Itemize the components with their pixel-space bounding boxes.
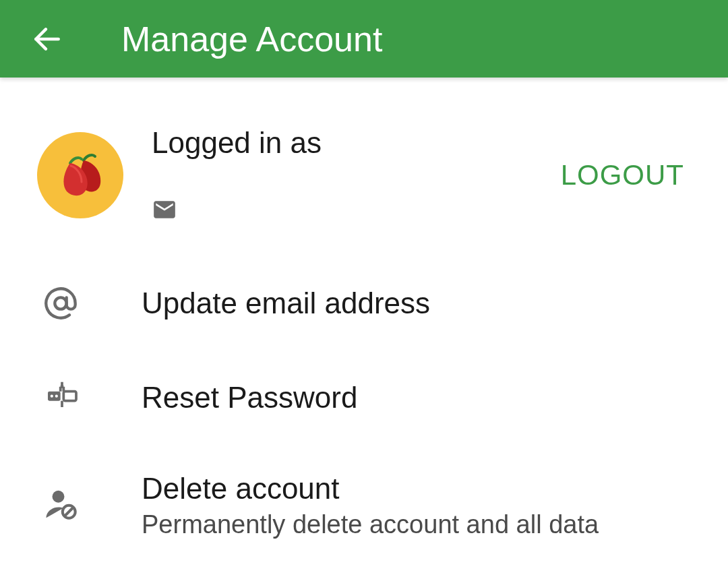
- svg-point-6: [53, 491, 65, 503]
- back-button[interactable]: [27, 19, 67, 59]
- update-email-item[interactable]: Update email address: [0, 256, 728, 351]
- svg-point-4: [55, 395, 58, 398]
- logout-button[interactable]: LOGOUT: [554, 152, 691, 198]
- chili-peppers-icon: [47, 142, 114, 209]
- account-info: Logged in as: [152, 126, 554, 225]
- list-text: Update email address: [142, 284, 430, 322]
- account-summary-row: Logged in as LOGOUT: [0, 115, 728, 236]
- page-title: Manage Account: [121, 19, 382, 59]
- at-sign-icon: [43, 286, 84, 321]
- content: Logged in as LOGOUT Update email address: [0, 78, 728, 563]
- app-bar: Manage Account: [0, 0, 728, 78]
- logged-in-label: Logged in as: [152, 126, 554, 160]
- spacer: [0, 236, 728, 256]
- person-remove-icon: [43, 486, 84, 522]
- svg-rect-5: [63, 392, 76, 401]
- svg-rect-2: [48, 392, 61, 401]
- arrow-back-icon: [30, 22, 64, 56]
- delete-account-subtitle: Permanently delete account and all data: [142, 510, 599, 539]
- password-key-icon: [43, 379, 84, 417]
- reset-password-title: Reset Password: [142, 378, 357, 417]
- svg-point-1: [55, 297, 66, 309]
- svg-line-8: [65, 508, 74, 517]
- list-text: Reset Password: [142, 378, 357, 417]
- delete-account-item[interactable]: Delete account Permanently delete accoun…: [0, 445, 728, 563]
- list-text: Delete account Permanently delete accoun…: [142, 469, 599, 539]
- email-icon: [152, 197, 177, 225]
- svg-point-3: [51, 395, 53, 398]
- avatar[interactable]: [37, 132, 123, 218]
- delete-account-title: Delete account: [142, 469, 599, 508]
- reset-password-item[interactable]: Reset Password: [0, 351, 728, 445]
- email-row: [152, 197, 554, 225]
- update-email-title: Update email address: [142, 284, 430, 322]
